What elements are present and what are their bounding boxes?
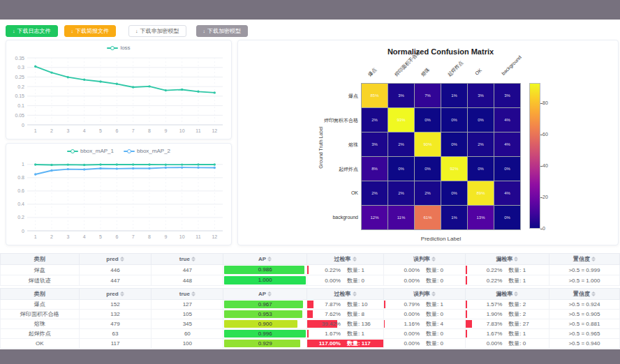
column-header-pred[interactable]: pred xyxy=(79,289,152,300)
x-tick-label: 7 xyxy=(132,128,135,133)
x-tick-label: 5 xyxy=(99,128,102,133)
data-point xyxy=(132,163,134,165)
column-header-置信度[interactable]: 置信度 xyxy=(549,254,619,265)
matrix-cell: 2% xyxy=(362,108,388,132)
sort-icon[interactable] xyxy=(591,257,596,261)
rate-quantity: 数量: 2 xyxy=(508,301,526,308)
misjudge-cell: 0.00%数量: 0 xyxy=(384,275,466,286)
rate-percent: 0.00% xyxy=(466,340,502,347)
rate-cell: 7.62%数量: 8 xyxy=(307,310,383,319)
legend-item-bbox-map-1[interactable]: bbox_mAP_1 xyxy=(67,148,114,154)
sort-icon[interactable] xyxy=(514,257,518,261)
column-header-pred[interactable]: pred xyxy=(79,254,152,265)
column-header-误判率[interactable]: 误判率 xyxy=(384,254,466,265)
loss-chart-card: loss 00.050.10.150.20.250.30.35123456789… xyxy=(6,40,232,139)
matrix-cell: 0% xyxy=(494,206,520,229)
rate-percent: 0.00% xyxy=(307,278,341,284)
column-header-true[interactable]: true xyxy=(152,289,223,300)
data-point xyxy=(99,163,101,165)
rate-quantity: 数量: 8 xyxy=(347,310,364,318)
download-report-label: 下载简报文件 xyxy=(75,25,109,37)
sort-icon[interactable] xyxy=(353,291,357,296)
sort-icon[interactable] xyxy=(431,257,436,261)
column-header-过检率[interactable]: 过检率 xyxy=(307,254,384,265)
matrix-cell: 2% xyxy=(362,181,388,205)
matrix-cell: 0% xyxy=(441,132,467,156)
series-line-bbox_mAP_2 xyxy=(36,167,215,174)
x-tick-label: 10 xyxy=(179,234,185,239)
data-point xyxy=(34,163,36,165)
column-header-AP[interactable]: AP xyxy=(223,254,307,265)
matrix-cell: 0% xyxy=(441,181,467,205)
colorbar-tick-label: 80 xyxy=(542,100,548,105)
x-tick-label: 5 xyxy=(99,234,102,239)
per-class-metrics-table-1: 类别predtrueAP过检率误判率漏检率置信度焊盘4464470.9860.2… xyxy=(0,253,620,286)
data-point xyxy=(181,167,183,169)
confidence-cell: >0.5 = 0.940 xyxy=(549,339,619,349)
download-plain-model-button[interactable]: ↓ 下载非加密模型 xyxy=(128,25,186,37)
column-header-AP[interactable]: AP xyxy=(223,289,307,300)
matrix-cell: 0% xyxy=(415,157,441,181)
legend-item-loss[interactable]: loss xyxy=(107,45,130,51)
x-tick-label: 9 xyxy=(164,128,167,133)
data-point xyxy=(50,169,52,172)
table-row: 爆点1521270.9677.87%数量: 100.79%数量: 11.57%数… xyxy=(1,300,620,310)
sort-icon[interactable] xyxy=(267,291,272,296)
data-point xyxy=(181,89,183,91)
rate-quantity: 数量: 1 xyxy=(508,277,526,285)
sort-icon[interactable] xyxy=(120,291,124,296)
download-log-button[interactable]: ↓ 下载日志文件 xyxy=(6,25,58,37)
column-header-置信度[interactable]: 置信度 xyxy=(549,289,619,300)
matrix-cell: 4% xyxy=(494,108,520,132)
x-tick-label: 1 xyxy=(34,234,37,239)
rate-quantity: 数量: 1 xyxy=(426,301,443,308)
x-tick-label: 11 xyxy=(195,234,200,239)
column-header-true[interactable]: true xyxy=(152,254,223,265)
matrix-col-label: OK xyxy=(474,68,482,76)
download-encrypted-model-button[interactable]: ↓ 下载加密模型 xyxy=(196,25,249,37)
data-point xyxy=(83,168,85,170)
sort-icon[interactable] xyxy=(514,291,518,296)
rate-quantity: 数量: 1 xyxy=(347,266,364,274)
sort-icon[interactable] xyxy=(431,291,436,296)
column-header-漏检率[interactable]: 漏检率 xyxy=(466,289,549,300)
matrix-cell: 89% xyxy=(468,181,494,205)
matrix-row-label: background xyxy=(309,215,358,220)
sort-icon[interactable] xyxy=(191,291,195,296)
matrix-cell: 3% xyxy=(494,84,520,107)
line-marker-icon xyxy=(124,151,135,152)
data-point xyxy=(148,167,150,169)
rate-cell: 7.87%数量: 10 xyxy=(307,300,383,309)
sort-icon[interactable] xyxy=(191,257,195,261)
confidence-cell: >0.5 = 0.965 xyxy=(549,329,619,339)
matrix-cell: 92% xyxy=(441,157,467,181)
confidence-cell: >0.5 = 0.881 xyxy=(549,319,619,329)
rate-percent: 0.22% xyxy=(307,267,341,273)
column-header-误判率[interactable]: 误判率 xyxy=(384,289,466,300)
rate-quantity: 数量: 0 xyxy=(426,330,443,338)
rate-quantity: 数量: 0 xyxy=(347,277,364,285)
ap-cell: 0.929 xyxy=(223,339,307,349)
sort-icon[interactable] xyxy=(591,291,596,296)
class-name-cell: 焊缝轨迹 xyxy=(1,275,80,286)
matrix-row-label: 爆点 xyxy=(309,93,358,100)
per-class-metrics-table-2: 类别predtrueAP过检率误判率漏检率置信度爆点1521270.9677.8… xyxy=(0,288,620,349)
column-header-漏检率[interactable]: 漏检率 xyxy=(466,254,549,265)
matrix-col-label: 爆点 xyxy=(367,66,378,78)
column-header-过检率[interactable]: 过检率 xyxy=(307,289,384,300)
sort-icon[interactable] xyxy=(120,257,124,261)
missed-detection-cell: 1.67%数量: 1 xyxy=(466,329,549,339)
download-report-button[interactable]: ↓ 下载简报文件 xyxy=(64,25,117,37)
data-point xyxy=(181,163,183,165)
table-row: 焊缝轨迹4474481.0000.00%数量: 00.00%数量: 00.22%… xyxy=(1,275,620,286)
legend-item-bbox-map-2[interactable]: bbox_mAP_2 xyxy=(124,148,170,154)
sort-icon[interactable] xyxy=(353,257,357,261)
line-marker-icon xyxy=(107,47,118,49)
sort-icon[interactable] xyxy=(267,257,272,261)
matrix-col-label: background xyxy=(501,54,522,76)
rate-percent: 7.62% xyxy=(307,311,341,317)
matrix-cell: 4% xyxy=(494,181,520,205)
toolbar: ↓ 下载日志文件 ↓ 下载简报文件 ↓ 下载非加密模型 ↓ 下载加密模型 xyxy=(6,25,248,37)
download-icon: ↓ xyxy=(71,25,74,37)
download-plain-model-label: 下载非加密模型 xyxy=(140,25,179,37)
